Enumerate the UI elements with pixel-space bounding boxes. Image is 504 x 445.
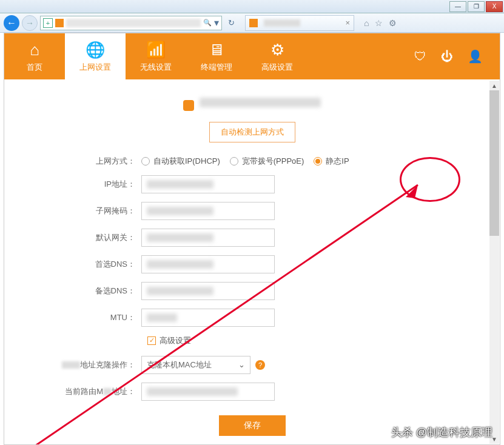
mac-current-input[interactable] xyxy=(141,383,275,401)
favicon-icon xyxy=(55,19,64,27)
browser-toolbar: ← → + 🔍 ▾ ↻ × ⌂ ☆ ⚙ xyxy=(0,13,504,33)
auto-detect-button[interactable]: 自动检测上网方式 xyxy=(209,122,295,142)
home-icon[interactable]: ⌂ xyxy=(364,18,369,28)
home-nav-icon: ⌂ xyxy=(30,41,39,59)
connection-type-row: 上网方式： 自动获取IP(DHCP) 宽带拨号(PPPoE) 静态IP xyxy=(29,156,475,167)
dns2-label: 备选DNS： xyxy=(29,286,141,296)
mac-clone-label: 地址克隆操作： xyxy=(29,360,141,370)
address-bar[interactable]: + 🔍 ▾ xyxy=(40,16,222,30)
advanced-checkbox-label: 高级设置 xyxy=(160,335,191,346)
mac-clone-select[interactable]: 克隆本机MAC地址 ⌄ xyxy=(141,356,250,374)
connection-type-label: 上网方式： xyxy=(29,156,141,167)
advanced-checkbox-row: ✓ 高级设置 xyxy=(147,335,475,346)
radio-dhcp[interactable] xyxy=(141,157,150,166)
radio-pppoe-label: 宽带拨号(PPPoE) xyxy=(242,156,304,167)
nav-label: 无线设置 xyxy=(140,62,172,73)
mtu-input[interactable] xyxy=(141,309,275,327)
power-icon[interactable]: ⏻ xyxy=(441,50,453,64)
forward-button[interactable]: → xyxy=(22,15,38,31)
dns2-input[interactable] xyxy=(141,282,275,300)
nav-advanced[interactable]: ⚙ 高级设置 xyxy=(247,33,307,79)
scroll-up-icon[interactable]: ▲ xyxy=(489,81,499,90)
nav-label: 终端管理 xyxy=(201,62,232,73)
radio-dhcp-label: 自动获取IP(DHCP) xyxy=(153,156,220,167)
watermark: 头杀 @制造科技原理 xyxy=(391,425,492,440)
wifi-nav-icon: 📶 xyxy=(146,41,166,59)
devices-nav-icon: 🖥 xyxy=(209,41,224,59)
dns1-input[interactable] xyxy=(141,255,275,273)
save-button[interactable]: 保存 xyxy=(219,415,286,436)
minimize-button[interactable]: — xyxy=(449,1,466,12)
nav-label: 高级设置 xyxy=(261,62,293,73)
subtitle-badge-icon xyxy=(183,100,194,111)
scroll-thumb[interactable] xyxy=(489,90,499,236)
globe-nav-icon: 🌐 xyxy=(86,41,105,59)
search-icon[interactable]: 🔍 xyxy=(203,19,212,27)
tab-strip: × xyxy=(245,15,354,31)
gateway-label: 默认网关： xyxy=(29,232,141,243)
form-area: 自动检测上网方式 上网方式： 自动获取IP(DHCP) 宽带拨号(PPPoE) … xyxy=(4,79,500,445)
mac-clone-value: 克隆本机MAC地址 xyxy=(147,360,212,370)
refresh-button[interactable]: ↻ xyxy=(224,16,238,30)
nav-terminal[interactable]: 🖥 终端管理 xyxy=(186,33,247,79)
window-titlebar: — ❐ X xyxy=(0,0,504,13)
ip-label: IP地址： xyxy=(29,179,141,190)
dropdown-icon[interactable]: ▾ xyxy=(214,17,219,28)
nav-label: 上网设置 xyxy=(79,62,111,73)
mac-current-label: 当前路由M地址： xyxy=(29,386,141,397)
nav-right: 🛡 ⏻ 👤 xyxy=(414,33,500,79)
nav-internet[interactable]: 🌐 上网设置 xyxy=(65,33,126,79)
nav-wireless[interactable]: 📶 无线设置 xyxy=(126,33,186,79)
radio-pppoe[interactable] xyxy=(230,157,238,166)
maximize-button[interactable]: ❐ xyxy=(468,1,485,12)
dns1-label: 首选DNS： xyxy=(29,259,141,270)
favorites-icon[interactable]: ☆ xyxy=(375,18,383,28)
subtitle-text xyxy=(200,98,321,107)
shield-icon[interactable]: 🛡 xyxy=(414,50,426,64)
help-icon[interactable]: ? xyxy=(255,360,265,370)
url-text xyxy=(66,19,201,27)
settings-icon[interactable]: ⚙ xyxy=(389,18,397,28)
gateway-input[interactable] xyxy=(141,229,275,247)
user-icon[interactable]: 👤 xyxy=(468,49,483,64)
chevron-down-icon: ⌄ xyxy=(238,360,245,369)
nav-label: 首页 xyxy=(27,62,42,73)
page-subtitle xyxy=(29,98,475,111)
connection-type-radios: 自动获取IP(DHCP) 宽带拨号(PPPoE) 静态IP xyxy=(141,156,355,167)
sliders-nav-icon: ⚙ xyxy=(270,41,284,59)
vertical-scrollbar[interactable]: ▲ ▼ xyxy=(489,81,499,444)
ip-input[interactable] xyxy=(141,175,275,193)
browser-right-icons: ⌂ ☆ ⚙ xyxy=(364,18,397,28)
advanced-checkbox[interactable]: ✓ xyxy=(147,336,156,345)
back-button[interactable]: ← xyxy=(4,15,19,31)
radio-static-label: 静态IP xyxy=(326,156,349,167)
main-nav: ⌂ 首页 🌐 上网设置 📶 无线设置 🖥 终端管理 ⚙ 高级设置 🛡 ⏻ 👤 xyxy=(4,33,500,79)
mask-input[interactable] xyxy=(141,202,275,220)
close-button[interactable]: X xyxy=(486,1,503,12)
tab-title xyxy=(264,19,300,27)
router-page: ⌂ 首页 🌐 上网设置 📶 无线设置 🖥 终端管理 ⚙ 高级设置 🛡 ⏻ 👤 xyxy=(4,33,500,445)
tab-favicon-icon xyxy=(249,19,258,27)
mtu-label: MTU： xyxy=(29,312,141,323)
radio-static[interactable] xyxy=(314,157,322,166)
mask-label: 子网掩码： xyxy=(29,206,141,216)
security-icon: + xyxy=(43,18,53,28)
browser-tab[interactable]: × xyxy=(245,15,354,31)
tab-close-button[interactable]: × xyxy=(345,18,350,27)
nav-home[interactable]: ⌂ 首页 xyxy=(4,33,65,79)
